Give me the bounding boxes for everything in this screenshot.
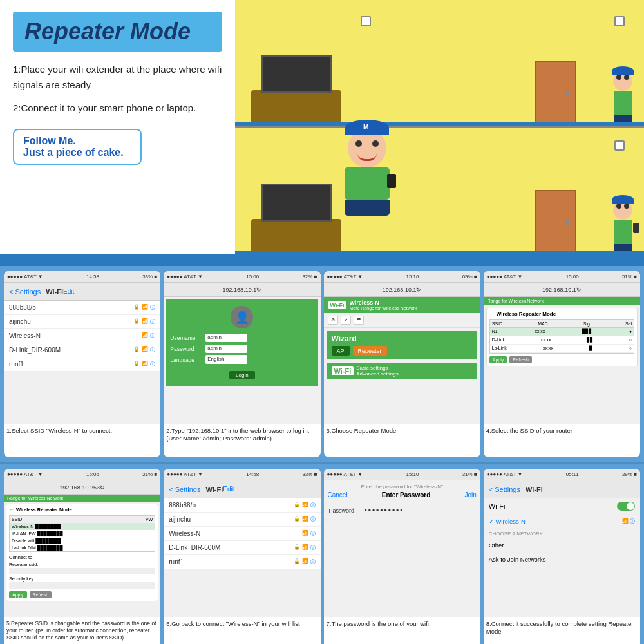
edit-btn-6[interactable]: Edit (223, 486, 234, 493)
status-carrier-2: ●●●●● AT&T ▼ (167, 274, 203, 279)
phone-card-4: ●●●●● AT&T ▼ 15:00 51% ■ 192.168.10.1 ↻ … (484, 271, 640, 457)
nav-icon-repeater[interactable]: ↗ (341, 316, 351, 325)
connected-network-8[interactable]: ✓ Wireless-N 📶 ⓘ (484, 515, 640, 529)
wifi-item-6d[interactable]: D-Link_DIR-600M 🔒📶ⓘ (164, 541, 320, 555)
mode-label-4: Wireless Repeater Mode (497, 311, 556, 317)
wifi-item-1d[interactable]: D-Link_DIR-600M 🔒📶ⓘ (4, 343, 160, 357)
nav-title-8: Wi-Fi (526, 486, 543, 493)
login-btn[interactable]: Login (229, 371, 255, 379)
ssid-6c: Wireless-N (169, 530, 200, 537)
door-bottom (535, 190, 576, 254)
refresh-icon-5[interactable]: ↻ (100, 484, 105, 491)
info-icon-8[interactable]: 📶 ⓘ (622, 518, 635, 525)
door-top (535, 61, 576, 126)
wifi-item-6b[interactable]: aijinchu 🔒📶ⓘ (164, 513, 320, 527)
pw-buttons-row-7: Cancel Enter Password Join (328, 491, 477, 498)
status-time-5: 15:06 (86, 471, 99, 477)
repeater-ssid-input-5[interactable] (9, 568, 155, 574)
wifi-icons-6c: 📶ⓘ (302, 530, 316, 537)
sel-val-3: ○ (629, 346, 632, 351)
status-battery-3: 09% ■ (462, 274, 477, 279)
wifi-nav-6: < Settings Wi-Fi Edit (164, 480, 320, 498)
col-ssid: SSID (492, 321, 502, 326)
status-carrier-4: ●●●●● AT&T ▼ (487, 274, 523, 279)
username-input[interactable]: admin (205, 334, 247, 342)
url-bar-2[interactable]: 192.168.10.1 (223, 287, 257, 293)
wifi-item-1e[interactable]: runf1 🔒📶ⓘ (4, 357, 160, 372)
status-time-7: 15:10 (406, 471, 419, 477)
repeater-btn[interactable]: Repeater (353, 346, 387, 356)
refresh-icon-4[interactable]: ↻ (576, 287, 582, 293)
wifi-item-6c[interactable]: Wireless-N 📶ⓘ (164, 527, 320, 541)
table-row-5a: SSIDPW (10, 516, 155, 523)
back-btn-6[interactable]: < Settings (169, 486, 200, 493)
nav-icon-setup[interactable]: ⚙ (328, 316, 338, 325)
apply-btn-5[interactable]: Apply (9, 591, 27, 598)
wifi-icons-1c: 📶ⓘ (142, 332, 155, 339)
security-key-input-5[interactable] (9, 582, 155, 589)
ssid-row-1[interactable]: N1xx:xx▊▊▊● (490, 328, 634, 336)
tv (261, 55, 332, 93)
wifi-brand-row: Wi-Fi Basic settingsAdvanced settings (332, 365, 473, 377)
nav-icon-mode[interactable]: ☰ (354, 316, 364, 325)
brand-text: Wireless-N More Range for Wireless Netwo… (349, 299, 417, 310)
sig-val-2: ▊▊ (587, 337, 593, 343)
step2-text: 2:Connect it to your smart phone or lapt… (13, 100, 222, 116)
wifi-icons-1d: 🔒📶ⓘ (133, 346, 155, 354)
ssid-6e: runf1 (169, 558, 184, 565)
ap-btn[interactable]: AP (332, 346, 350, 356)
phone-card-1: ●●●●● AT&T ▼ 14:58 33% ■ < Settings Wi-F… (4, 271, 160, 457)
sel-val-2: ○ (629, 337, 632, 343)
url-bar-3[interactable]: 192.168.10.1 (383, 287, 417, 293)
wifi-item-1b[interactable]: aijinchu 🔒📶ⓘ (4, 315, 160, 329)
wifi-brand-logo: Wi-Fi (332, 366, 354, 375)
brand-logo: Wi-Fi (328, 301, 347, 309)
caption-8: 8.Connect it successfully to complete se… (484, 617, 640, 644)
ssid-row-3[interactable]: La-Linkxx:xx▊○ (490, 345, 634, 353)
doorknob-top (565, 91, 570, 96)
refresh-btn-4[interactable]: Refresh (509, 356, 532, 363)
wifi-item-6a[interactable]: 888b88/b 🔒📶ⓘ (164, 498, 320, 513)
back-btn-1[interactable]: < Settings (9, 288, 41, 296)
top-section: Repeater Mode 1:Place your wifi extender… (0, 0, 644, 254)
edit-btn-1[interactable]: Edit (63, 288, 74, 295)
browser-bar-5: 192.168.10.253 ↻ (4, 480, 160, 495)
wifi-toggle-8[interactable] (617, 502, 635, 511)
wifi-item-1a[interactable]: 888b88/b 🔒📶ⓘ (4, 301, 160, 315)
apply-btn-4[interactable]: Apply (489, 356, 507, 363)
mac-val-1: xx:xx (535, 329, 545, 334)
other-option-8[interactable]: Other... (484, 538, 640, 553)
caption-2: 2.Type "192.168.10.1" into the web brows… (164, 424, 320, 457)
wall-outlet-1 (361, 16, 371, 26)
room-bottom (235, 128, 644, 255)
password-row: Password admin (170, 345, 314, 353)
choose-network-label-8: CHOOSE A NETWORK... (484, 529, 640, 538)
username-label: Username (170, 335, 205, 341)
ssid-row-2[interactable]: D-Linkxx:xx▊▊○ (490, 336, 634, 345)
sel-val-1: ● (629, 329, 632, 334)
join-btn-7[interactable]: Join (464, 491, 476, 498)
phone-card-7: ●●●●● AT&T ▼ 15:10 31% ■ Enter the passw… (324, 469, 480, 644)
wifi-item-1c[interactable]: Wireless-N 📶ⓘ (4, 329, 160, 343)
status-bar-3: ●●●●● AT&T ▼ 15:16 09% ■ (324, 271, 480, 283)
refresh-btn-5[interactable]: Refresh (30, 591, 52, 598)
tv-stand-b (251, 219, 341, 254)
blue-separator-top (0, 254, 644, 266)
back-btn-8[interactable]: < Settings (489, 486, 520, 493)
password-input[interactable]: admin (205, 345, 247, 353)
url-bar-5[interactable]: 192.168.10.253 (59, 484, 100, 491)
person-top (613, 71, 632, 126)
nav-icons-3: ⚙ ↗ ☰ (324, 313, 480, 328)
refresh-icon-3[interactable]: ↻ (416, 287, 421, 293)
url-bar-4[interactable]: 192.168.10.1 (542, 287, 576, 293)
language-input[interactable]: English (205, 355, 247, 364)
refresh-icon-2[interactable]: ↻ (256, 287, 261, 293)
pw-dots-7[interactable]: •••••••••• (365, 506, 404, 515)
wifi-item-6e[interactable]: runf1 🔒📶ⓘ (164, 555, 320, 569)
status-battery-1: 33% ■ (142, 274, 157, 279)
wifi-icons-1b: 🔒📶ⓘ (133, 318, 155, 325)
phone-screen-5: ●●●●● AT&T ▼ 15:06 21% ■ 192.168.10.253 … (4, 469, 160, 617)
phone-screen-2: ●●●●● AT&T ▼ 15:00 32% ■ 192.168.10.1 ↻ … (164, 271, 320, 424)
cancel-btn-7[interactable]: Cancel (328, 491, 348, 498)
browser-bar-2: 192.168.10.1 ↻ (164, 283, 320, 297)
